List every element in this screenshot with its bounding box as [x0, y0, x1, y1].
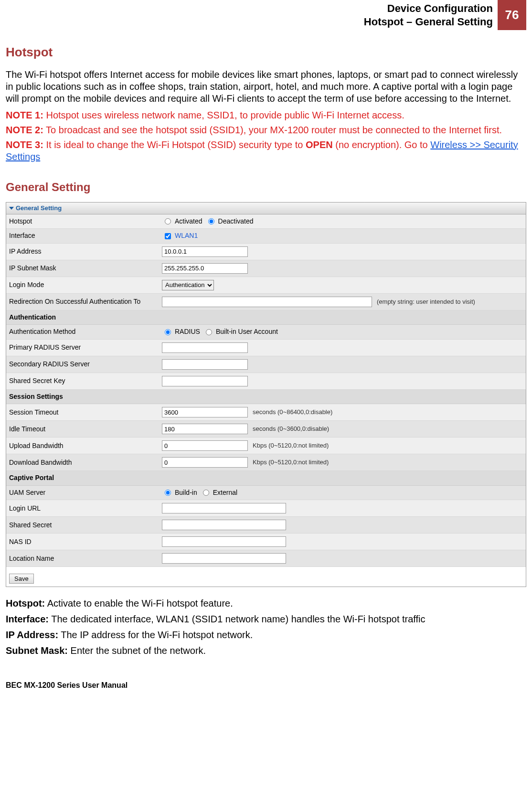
row-label-redirect: Redirection On Successful Authentication…	[9, 298, 162, 306]
hint-download-bw: Kbps (0~5120,0:not limited)	[253, 459, 329, 466]
general-setting-table: General Setting Hotspot Activated Deacti…	[6, 202, 526, 587]
radio-label-radius: RADIUS	[175, 328, 200, 336]
desc-3-label: IP Address:	[6, 630, 58, 640]
input-idle-timeout[interactable]	[162, 424, 248, 434]
note-3: NOTE 3: It is ideal to change the Wi-Fi …	[6, 139, 526, 163]
radio-label-buildin: Build-in	[175, 489, 197, 497]
note-2-text: To broadcast and see the hotspot ssid (S…	[43, 125, 502, 135]
hint-redirect: (empty string: user intended to visit)	[377, 298, 475, 306]
note-2-label: NOTE 2:	[6, 125, 43, 135]
radio-uam-external[interactable]	[203, 490, 209, 496]
header-line-2: Hotspot – General Setting	[364, 15, 493, 29]
row-label-uam: UAM Server	[9, 489, 162, 497]
input-captive-shared[interactable]	[162, 520, 286, 530]
input-download-bw[interactable]	[162, 457, 248, 468]
radio-label-activated: Activated	[175, 217, 202, 226]
hint-upload-bw: Kbps (0~5120,0:not limited)	[253, 442, 329, 449]
desc-2-text: The dedicated interface, WLAN1 (SSID1 ne…	[49, 614, 426, 624]
hint-session-timeout: seconds (0~86400,0:disable)	[253, 408, 332, 416]
page-title: Hotspot	[6, 44, 526, 60]
desc-4-label: Subnet Mask:	[6, 645, 68, 656]
page-header: Device Configuration Hotspot – General S…	[6, 0, 526, 30]
input-upload-bw[interactable]	[162, 440, 248, 451]
input-shared-key[interactable]	[162, 376, 248, 386]
row-label-ip-address: IP Address	[9, 247, 162, 256]
section-heading: General Setting	[6, 180, 526, 194]
row-label-ip-subnet: IP Subnet Mask	[9, 264, 162, 273]
page-number-badge: 76	[498, 0, 526, 30]
row-label-session-timeout: Session Timeout	[9, 408, 162, 417]
row-label-download-bw: Download Bandwidth	[9, 459, 162, 467]
radio-auth-builtin[interactable]	[206, 329, 212, 335]
row-label-nas-id: NAS ID	[9, 538, 162, 546]
row-label-idle-timeout: Idle Timeout	[9, 425, 162, 434]
header-line-1: Device Configuration	[364, 2, 493, 15]
input-secondary-radius[interactable]	[162, 359, 248, 370]
subheader-captive: Captive Portal	[6, 471, 526, 486]
wlan1-link[interactable]: WLAN1	[175, 232, 198, 240]
radio-label-external: External	[213, 489, 237, 497]
input-session-timeout[interactable]	[162, 407, 248, 417]
radio-label-deactivated: Deactivated	[218, 217, 254, 226]
row-label-login-mode: Login Mode	[9, 281, 162, 289]
desc-1-text: Activate to enable the Wi-Fi hotspot fea…	[45, 598, 233, 609]
footer-text: BEC MX-1200 Series User Manual	[6, 681, 526, 690]
radio-uam-buildin[interactable]	[165, 490, 171, 496]
note-3-bold: OPEN	[306, 139, 333, 150]
row-label-location: Location Name	[9, 555, 162, 563]
note-2: NOTE 2: To broadcast and see the hotspot…	[6, 124, 526, 136]
input-primary-radius[interactable]	[162, 342, 248, 353]
table-header[interactable]: General Setting	[6, 203, 526, 214]
table-header-label: General Setting	[16, 204, 62, 212]
input-ip-subnet[interactable]	[162, 263, 248, 274]
row-label-login-url: Login URL	[9, 504, 162, 513]
note-1-text: Hotspot uses wireless network name, SSID…	[43, 110, 404, 120]
subheader-authentication: Authentication	[6, 310, 526, 325]
descriptions: Hotspot: Activate to enable the Wi-Fi ho…	[6, 598, 526, 657]
chevron-down-icon	[9, 207, 14, 210]
desc-3-text: The IP address for the Wi-Fi hotspot net…	[58, 630, 253, 640]
checkbox-wlan1[interactable]	[165, 233, 171, 239]
row-label-shared-key: Shared Secret Key	[9, 377, 162, 385]
row-label-primary-radius: Primary RADIUS Server	[9, 343, 162, 352]
input-location[interactable]	[162, 553, 286, 564]
note-1: NOTE 1: Hotspot uses wireless network na…	[6, 109, 526, 121]
note-3-text-a: It is ideal to change the Wi-Fi Hotspot …	[43, 139, 306, 150]
row-label-hotspot: Hotspot	[9, 217, 162, 226]
intro-paragraph: The Wi-Fi hotspot offers Internet access…	[6, 69, 526, 105]
row-label-upload-bw: Upload Bandwidth	[9, 442, 162, 450]
note-3-label: NOTE 3:	[6, 139, 43, 150]
hint-idle-timeout: seconds (0~3600,0:disable)	[253, 425, 329, 433]
row-label-captive-shared: Shared Secret	[9, 521, 162, 530]
row-label-secondary-radius: Secondary RADIUS Server	[9, 360, 162, 369]
save-button[interactable]: Save	[9, 574, 34, 584]
radio-label-builtin: Built-in User Account	[216, 328, 278, 336]
desc-4-text: Enter the subnet of the network.	[68, 645, 206, 656]
radio-hotspot-deactivated[interactable]	[208, 218, 214, 224]
radio-hotspot-activated[interactable]	[165, 218, 171, 224]
desc-2-label: Interface:	[6, 614, 49, 624]
input-nas-id[interactable]	[162, 536, 286, 547]
radio-auth-radius[interactable]	[165, 329, 171, 335]
note-3-text-b: (no encryption). Go to	[333, 139, 431, 150]
input-ip-address[interactable]	[162, 246, 248, 257]
row-label-interface: Interface	[9, 232, 162, 240]
note-1-label: NOTE 1:	[6, 110, 43, 120]
input-redirect[interactable]	[162, 297, 372, 307]
select-login-mode[interactable]: Authentication	[162, 280, 214, 290]
input-login-url[interactable]	[162, 503, 286, 513]
row-label-auth-method: Authentication Method	[9, 328, 162, 336]
desc-1-label: Hotspot:	[6, 598, 45, 609]
subheader-session: Session Settings	[6, 390, 526, 405]
